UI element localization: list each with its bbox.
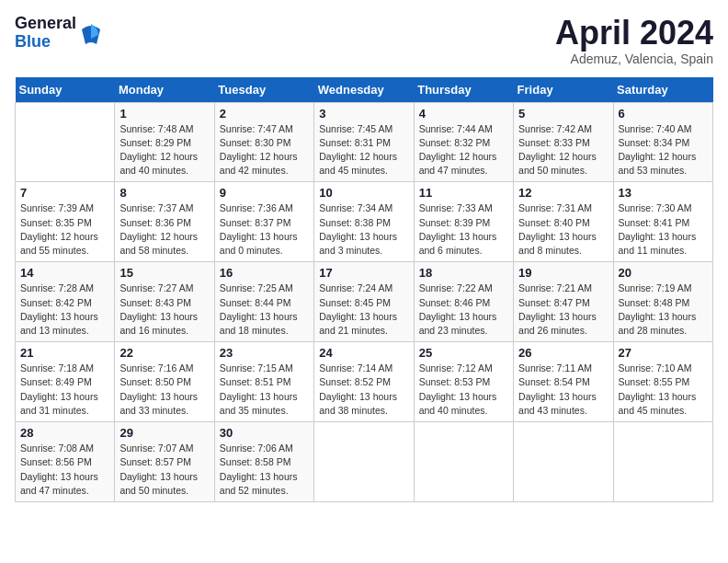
calendar-cell: 16Sunrise: 7:25 AMSunset: 8:44 PMDayligh… [214, 262, 313, 342]
day-number: 30 [220, 426, 309, 440]
header-saturday: Saturday [613, 77, 712, 103]
day-number: 14 [20, 266, 109, 280]
week-row-2: 7Sunrise: 7:39 AMSunset: 8:35 PMDaylight… [16, 182, 713, 262]
calendar-cell: 8Sunrise: 7:37 AMSunset: 8:36 PMDaylight… [115, 182, 214, 262]
day-number: 10 [319, 186, 408, 200]
week-row-3: 14Sunrise: 7:28 AMSunset: 8:42 PMDayligh… [16, 262, 713, 342]
calendar-cell: 1Sunrise: 7:48 AMSunset: 8:29 PMDaylight… [115, 102, 214, 182]
calendar-cell: 25Sunrise: 7:12 AMSunset: 8:53 PMDayligh… [414, 342, 513, 422]
week-row-4: 21Sunrise: 7:18 AMSunset: 8:49 PMDayligh… [16, 342, 713, 422]
calendar-cell: 26Sunrise: 7:11 AMSunset: 8:54 PMDayligh… [514, 342, 613, 422]
day-number: 24 [319, 346, 408, 360]
calendar-cell [613, 422, 712, 502]
day-number: 7 [20, 186, 109, 200]
day-number: 4 [419, 107, 508, 121]
calendar-cell: 4Sunrise: 7:44 AMSunset: 8:32 PMDaylight… [414, 102, 513, 182]
calendar-cell [414, 422, 513, 502]
day-info: Sunrise: 7:25 AMSunset: 8:44 PMDaylight:… [220, 282, 298, 336]
header-tuesday: Tuesday [214, 77, 313, 103]
calendar-cell [16, 102, 115, 182]
header-sunday: Sunday [16, 77, 115, 103]
day-number: 19 [518, 266, 608, 280]
calendar-cell: 3Sunrise: 7:45 AMSunset: 8:31 PMDaylight… [314, 102, 414, 182]
day-number: 12 [518, 186, 608, 200]
day-info: Sunrise: 7:15 AMSunset: 8:51 PMDaylight:… [220, 362, 298, 416]
logo-general: General [15, 14, 76, 32]
day-number: 8 [119, 186, 209, 200]
day-info: Sunrise: 7:34 AMSunset: 8:38 PMDaylight:… [319, 202, 397, 256]
day-info: Sunrise: 7:11 AMSunset: 8:54 PMDaylight:… [518, 362, 597, 416]
calendar-cell: 17Sunrise: 7:24 AMSunset: 8:45 PMDayligh… [314, 262, 414, 342]
day-info: Sunrise: 7:28 AMSunset: 8:42 PMDaylight:… [20, 282, 98, 336]
day-number: 25 [419, 346, 508, 360]
day-info: Sunrise: 7:06 AMSunset: 8:58 PMDaylight:… [220, 442, 298, 496]
day-number: 3 [319, 107, 408, 121]
calendar-cell: 23Sunrise: 7:15 AMSunset: 8:51 PMDayligh… [214, 342, 313, 422]
header-row: SundayMondayTuesdayWednesdayThursdayFrid… [16, 77, 713, 103]
location: Ademuz, Valencia, Spain [555, 52, 713, 66]
day-info: Sunrise: 7:21 AMSunset: 8:47 PMDaylight:… [518, 282, 597, 336]
calendar-cell: 6Sunrise: 7:40 AMSunset: 8:34 PMDaylight… [613, 102, 712, 182]
day-number: 5 [518, 107, 608, 121]
page-header: General Blue April 2024 Ademuz, Valencia… [15, 15, 713, 66]
day-info: Sunrise: 7:22 AMSunset: 8:46 PMDaylight:… [419, 282, 497, 336]
day-number: 6 [619, 107, 708, 121]
day-info: Sunrise: 7:24 AMSunset: 8:45 PMDaylight:… [319, 282, 397, 336]
day-info: Sunrise: 7:39 AMSunset: 8:35 PMDaylight:… [20, 202, 98, 256]
header-thursday: Thursday [414, 77, 513, 103]
day-info: Sunrise: 7:42 AMSunset: 8:33 PMDaylight:… [518, 123, 597, 177]
calendar-cell: 9Sunrise: 7:36 AMSunset: 8:37 PMDaylight… [214, 182, 313, 262]
calendar-cell [314, 422, 414, 502]
calendar-cell: 15Sunrise: 7:27 AMSunset: 8:43 PMDayligh… [115, 262, 214, 342]
header-monday: Monday [115, 77, 214, 103]
title-area: April 2024 Ademuz, Valencia, Spain [555, 15, 713, 66]
calendar-cell: 24Sunrise: 7:14 AMSunset: 8:52 PMDayligh… [314, 342, 414, 422]
day-info: Sunrise: 7:14 AMSunset: 8:52 PMDaylight:… [319, 362, 397, 416]
calendar-cell: 18Sunrise: 7:22 AMSunset: 8:46 PMDayligh… [414, 262, 513, 342]
day-number: 22 [119, 346, 209, 360]
day-number: 15 [119, 266, 209, 280]
day-info: Sunrise: 7:48 AMSunset: 8:29 PMDaylight:… [119, 123, 198, 177]
day-number: 26 [518, 346, 608, 360]
day-info: Sunrise: 7:18 AMSunset: 8:49 PMDaylight:… [20, 362, 98, 416]
logo: General Blue [15, 15, 104, 52]
day-number: 13 [619, 186, 708, 200]
day-info: Sunrise: 7:07 AMSunset: 8:57 PMDaylight:… [119, 442, 198, 496]
calendar-cell: 30Sunrise: 7:06 AMSunset: 8:58 PMDayligh… [214, 422, 313, 502]
day-number: 28 [20, 426, 109, 440]
calendar-cell: 11Sunrise: 7:33 AMSunset: 8:39 PMDayligh… [414, 182, 513, 262]
day-number: 21 [20, 346, 109, 360]
day-number: 18 [419, 266, 508, 280]
day-number: 16 [220, 266, 309, 280]
calendar-cell: 12Sunrise: 7:31 AMSunset: 8:40 PMDayligh… [514, 182, 613, 262]
day-number: 11 [419, 186, 508, 200]
calendar-cell: 20Sunrise: 7:19 AMSunset: 8:48 PMDayligh… [613, 262, 712, 342]
day-info: Sunrise: 7:44 AMSunset: 8:32 PMDaylight:… [419, 123, 497, 177]
day-number: 2 [220, 107, 309, 121]
calendar-cell: 14Sunrise: 7:28 AMSunset: 8:42 PMDayligh… [16, 262, 115, 342]
day-info: Sunrise: 7:10 AMSunset: 8:55 PMDaylight:… [619, 362, 697, 416]
month-title: April 2024 [555, 15, 713, 52]
calendar-cell: 29Sunrise: 7:07 AMSunset: 8:57 PMDayligh… [115, 422, 214, 502]
day-number: 29 [119, 426, 209, 440]
calendar-cell: 21Sunrise: 7:18 AMSunset: 8:49 PMDayligh… [16, 342, 115, 422]
logo-blue: Blue [15, 32, 51, 51]
calendar-cell: 19Sunrise: 7:21 AMSunset: 8:47 PMDayligh… [514, 262, 613, 342]
calendar-cell: 5Sunrise: 7:42 AMSunset: 8:33 PMDaylight… [514, 102, 613, 182]
header-wednesday: Wednesday [314, 77, 414, 103]
calendar-table: SundayMondayTuesdayWednesdayThursdayFrid… [15, 77, 713, 502]
header-friday: Friday [514, 77, 613, 103]
day-info: Sunrise: 7:37 AMSunset: 8:36 PMDaylight:… [119, 202, 198, 256]
logo-icon [78, 20, 104, 46]
day-info: Sunrise: 7:45 AMSunset: 8:31 PMDaylight:… [319, 123, 397, 177]
day-info: Sunrise: 7:08 AMSunset: 8:56 PMDaylight:… [20, 442, 98, 496]
day-info: Sunrise: 7:47 AMSunset: 8:30 PMDaylight:… [220, 123, 298, 177]
day-info: Sunrise: 7:19 AMSunset: 8:48 PMDaylight:… [619, 282, 697, 336]
day-info: Sunrise: 7:16 AMSunset: 8:50 PMDaylight:… [119, 362, 198, 416]
day-number: 17 [319, 266, 408, 280]
day-info: Sunrise: 7:31 AMSunset: 8:40 PMDaylight:… [518, 202, 597, 256]
day-info: Sunrise: 7:40 AMSunset: 8:34 PMDaylight:… [619, 123, 697, 177]
calendar-cell: 13Sunrise: 7:30 AMSunset: 8:41 PMDayligh… [613, 182, 712, 262]
day-info: Sunrise: 7:33 AMSunset: 8:39 PMDaylight:… [419, 202, 497, 256]
calendar-cell [514, 422, 613, 502]
